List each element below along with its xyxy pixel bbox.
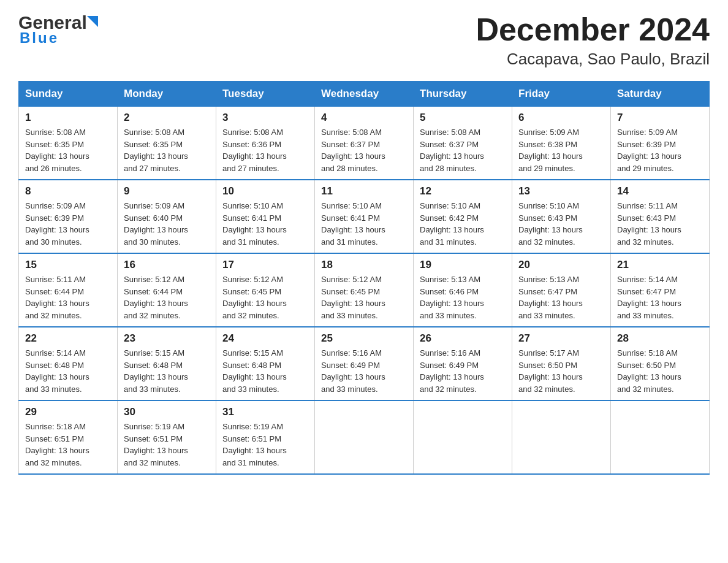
title-block: December 2024 Cacapava, Sao Paulo, Brazi… [476,12,710,69]
calendar-cell: 7Sunrise: 5:09 AMSunset: 6:39 PMDaylight… [611,107,710,180]
calendar-cell: 28Sunrise: 5:18 AMSunset: 6:50 PMDayligh… [611,327,710,400]
day-number: 11 [321,185,407,197]
day-info: Sunrise: 5:19 AMSunset: 6:51 PMDaylight:… [124,421,210,469]
day-info: Sunrise: 5:10 AMSunset: 6:41 PMDaylight:… [321,200,407,248]
day-number: 15 [25,259,111,271]
calendar-cell: 22Sunrise: 5:14 AMSunset: 6:48 PMDayligh… [19,327,118,400]
calendar-cell: 11Sunrise: 5:10 AMSunset: 6:41 PMDayligh… [315,180,414,253]
logo: General Blue [18,12,98,47]
day-number: 29 [25,406,111,418]
calendar-cell: 15Sunrise: 5:11 AMSunset: 6:44 PMDayligh… [19,253,118,327]
calendar-cell: 2Sunrise: 5:08 AMSunset: 6:35 PMDaylight… [118,107,216,180]
calendar-cell: 26Sunrise: 5:16 AMSunset: 6:49 PMDayligh… [414,327,512,400]
day-info: Sunrise: 5:15 AMSunset: 6:48 PMDaylight:… [124,347,210,395]
day-info: Sunrise: 5:18 AMSunset: 6:50 PMDaylight:… [617,347,703,395]
page-title: December 2024 [476,12,710,47]
day-info: Sunrise: 5:10 AMSunset: 6:43 PMDaylight:… [518,200,604,248]
day-number: 28 [617,332,703,345]
calendar-cell [315,400,414,474]
calendar-cell: 29Sunrise: 5:18 AMSunset: 6:51 PMDayligh… [19,400,118,474]
day-number: 8 [25,185,111,197]
day-info: Sunrise: 5:09 AMSunset: 6:38 PMDaylight:… [518,126,604,174]
calendar-cell [611,400,710,474]
day-number: 25 [321,332,407,345]
day-info: Sunrise: 5:13 AMSunset: 6:47 PMDaylight:… [518,274,604,321]
day-info: Sunrise: 5:08 AMSunset: 6:35 PMDaylight:… [25,126,111,174]
calendar-cell: 8Sunrise: 5:09 AMSunset: 6:39 PMDaylight… [19,180,118,253]
svg-marker-0 [87,16,98,27]
day-number: 17 [222,259,308,271]
day-number: 18 [321,259,407,271]
weekday-header: Monday [118,82,216,107]
day-info: Sunrise: 5:10 AMSunset: 6:42 PMDaylight:… [420,200,506,248]
day-info: Sunrise: 5:10 AMSunset: 6:41 PMDaylight:… [222,200,308,248]
page-header: General Blue December 2024 Cacapava, Sao… [18,12,710,69]
day-info: Sunrise: 5:11 AMSunset: 6:44 PMDaylight:… [25,274,111,321]
day-number: 30 [124,406,210,418]
day-info: Sunrise: 5:15 AMSunset: 6:48 PMDaylight:… [222,347,308,395]
day-info: Sunrise: 5:19 AMSunset: 6:51 PMDaylight:… [222,421,308,469]
day-info: Sunrise: 5:08 AMSunset: 6:36 PMDaylight:… [222,126,308,174]
calendar-week-row: 29Sunrise: 5:18 AMSunset: 6:51 PMDayligh… [19,400,710,474]
weekday-header: Wednesday [315,82,414,107]
day-number: 20 [518,259,604,271]
logo-arrow-icon [87,16,98,32]
calendar-cell: 30Sunrise: 5:19 AMSunset: 6:51 PMDayligh… [118,400,216,474]
day-number: 1 [25,112,111,124]
calendar-cell: 25Sunrise: 5:16 AMSunset: 6:49 PMDayligh… [315,327,414,400]
calendar-cell: 1Sunrise: 5:08 AMSunset: 6:35 PMDaylight… [19,107,118,180]
calendar-cell: 9Sunrise: 5:09 AMSunset: 6:40 PMDaylight… [118,180,216,253]
day-number: 10 [222,185,308,197]
weekday-header: Friday [512,82,611,107]
calendar-cell: 10Sunrise: 5:10 AMSunset: 6:41 PMDayligh… [216,180,315,253]
day-number: 12 [420,185,506,197]
day-number: 9 [124,185,210,197]
day-info: Sunrise: 5:14 AMSunset: 6:47 PMDaylight:… [617,274,703,321]
calendar-cell: 17Sunrise: 5:12 AMSunset: 6:45 PMDayligh… [216,253,315,327]
calendar-cell: 21Sunrise: 5:14 AMSunset: 6:47 PMDayligh… [611,253,710,327]
day-info: Sunrise: 5:17 AMSunset: 6:50 PMDaylight:… [518,347,604,395]
day-number: 16 [124,259,210,271]
day-number: 5 [420,112,506,124]
day-info: Sunrise: 5:11 AMSunset: 6:43 PMDaylight:… [617,200,703,248]
day-number: 27 [518,332,604,345]
day-number: 13 [518,185,604,197]
day-info: Sunrise: 5:18 AMSunset: 6:51 PMDaylight:… [25,421,111,469]
calendar-week-row: 15Sunrise: 5:11 AMSunset: 6:44 PMDayligh… [19,253,710,327]
day-info: Sunrise: 5:08 AMSunset: 6:35 PMDaylight:… [124,126,210,174]
page-subtitle: Cacapava, Sao Paulo, Brazil [476,50,710,69]
calendar-cell: 19Sunrise: 5:13 AMSunset: 6:46 PMDayligh… [414,253,512,327]
day-info: Sunrise: 5:08 AMSunset: 6:37 PMDaylight:… [420,126,506,174]
day-info: Sunrise: 5:13 AMSunset: 6:46 PMDaylight:… [420,274,506,321]
day-info: Sunrise: 5:12 AMSunset: 6:45 PMDaylight:… [321,274,407,321]
calendar-cell: 5Sunrise: 5:08 AMSunset: 6:37 PMDaylight… [414,107,512,180]
logo-blue-text: Blue [20,29,59,47]
weekday-header: Saturday [611,82,710,107]
calendar-cell: 24Sunrise: 5:15 AMSunset: 6:48 PMDayligh… [216,327,315,400]
weekday-header: Tuesday [216,82,315,107]
calendar-week-row: 22Sunrise: 5:14 AMSunset: 6:48 PMDayligh… [19,327,710,400]
day-number: 31 [222,406,308,418]
day-number: 22 [25,332,111,345]
day-number: 14 [617,185,703,197]
calendar-cell [512,400,611,474]
weekday-header: Thursday [414,82,512,107]
day-info: Sunrise: 5:09 AMSunset: 6:39 PMDaylight:… [617,126,703,174]
calendar-cell: 31Sunrise: 5:19 AMSunset: 6:51 PMDayligh… [216,400,315,474]
calendar-week-row: 1Sunrise: 5:08 AMSunset: 6:35 PMDaylight… [19,107,710,180]
day-number: 21 [617,259,703,271]
day-info: Sunrise: 5:08 AMSunset: 6:37 PMDaylight:… [321,126,407,174]
day-number: 19 [420,259,506,271]
calendar-cell: 16Sunrise: 5:12 AMSunset: 6:44 PMDayligh… [118,253,216,327]
calendar-cell: 20Sunrise: 5:13 AMSunset: 6:47 PMDayligh… [512,253,611,327]
calendar-cell: 12Sunrise: 5:10 AMSunset: 6:42 PMDayligh… [414,180,512,253]
day-number: 4 [321,112,407,124]
day-number: 24 [222,332,308,345]
day-info: Sunrise: 5:09 AMSunset: 6:40 PMDaylight:… [124,200,210,248]
calendar-cell: 27Sunrise: 5:17 AMSunset: 6:50 PMDayligh… [512,327,611,400]
day-number: 3 [222,112,308,124]
calendar-cell: 4Sunrise: 5:08 AMSunset: 6:37 PMDaylight… [315,107,414,180]
day-info: Sunrise: 5:12 AMSunset: 6:44 PMDaylight:… [124,274,210,321]
day-info: Sunrise: 5:14 AMSunset: 6:48 PMDaylight:… [25,347,111,395]
calendar-cell: 3Sunrise: 5:08 AMSunset: 6:36 PMDaylight… [216,107,315,180]
